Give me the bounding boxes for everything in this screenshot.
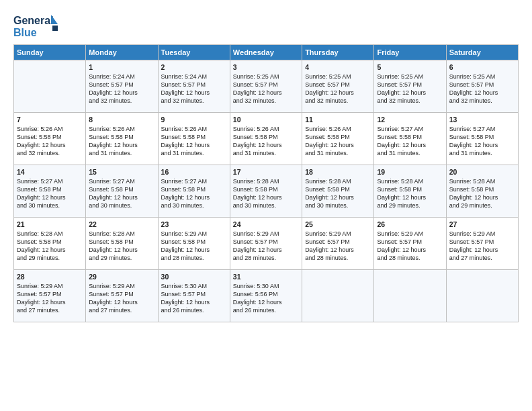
calendar-week-row: 28Sunrise: 5:29 AM Sunset: 5:57 PM Dayli… [14, 270, 519, 322]
calendar-header-row: SundayMondayTuesdayWednesdayThursdayFrid… [14, 45, 519, 60]
day-number: 25 [305, 220, 371, 228]
day-content: Sunrise: 5:27 AM Sunset: 5:58 PM Dayligh… [449, 125, 515, 158]
day-content: Sunrise: 5:28 AM Sunset: 5:58 PM Dayligh… [17, 230, 83, 263]
header: GeneralBlue [13, 12, 519, 39]
logo: GeneralBlue [13, 12, 60, 39]
calendar-cell: 15Sunrise: 5:27 AM Sunset: 5:58 PM Dayli… [86, 165, 158, 218]
calendar-week-row: 21Sunrise: 5:28 AM Sunset: 5:58 PM Dayli… [14, 218, 519, 270]
calendar-cell: 17Sunrise: 5:28 AM Sunset: 5:58 PM Dayli… [230, 165, 302, 218]
calendar-cell [14, 60, 86, 113]
calendar-cell: 2Sunrise: 5:24 AM Sunset: 5:57 PM Daylig… [158, 60, 230, 113]
calendar-cell: 18Sunrise: 5:28 AM Sunset: 5:58 PM Dayli… [302, 165, 374, 218]
calendar-cell: 10Sunrise: 5:26 AM Sunset: 5:58 PM Dayli… [230, 113, 302, 165]
calendar-cell: 11Sunrise: 5:26 AM Sunset: 5:58 PM Dayli… [302, 113, 374, 165]
day-content: Sunrise: 5:29 AM Sunset: 5:57 PM Dayligh… [305, 230, 371, 263]
calendar-cell: 3Sunrise: 5:25 AM Sunset: 5:57 PM Daylig… [230, 60, 302, 113]
calendar-cell: 16Sunrise: 5:27 AM Sunset: 5:58 PM Dayli… [158, 165, 230, 218]
day-content: Sunrise: 5:25 AM Sunset: 5:57 PM Dayligh… [305, 73, 371, 105]
day-content: Sunrise: 5:26 AM Sunset: 5:58 PM Dayligh… [161, 125, 227, 158]
calendar-cell: 20Sunrise: 5:28 AM Sunset: 5:58 PM Dayli… [446, 165, 518, 218]
day-number: 19 [377, 168, 443, 176]
calendar-cell: 21Sunrise: 5:28 AM Sunset: 5:58 PM Dayli… [14, 218, 86, 270]
day-content: Sunrise: 5:26 AM Sunset: 5:58 PM Dayligh… [17, 125, 83, 158]
calendar-cell: 29Sunrise: 5:29 AM Sunset: 5:57 PM Dayli… [86, 270, 158, 322]
day-number: 2 [161, 63, 227, 71]
day-content: Sunrise: 5:29 AM Sunset: 5:58 PM Dayligh… [161, 230, 227, 263]
day-content: Sunrise: 5:27 AM Sunset: 5:58 PM Dayligh… [161, 177, 227, 210]
svg-marker-3 [52, 26, 58, 31]
svg-text:General: General [13, 15, 54, 26]
day-number: 24 [233, 220, 299, 228]
calendar-cell: 9Sunrise: 5:26 AM Sunset: 5:58 PM Daylig… [158, 113, 230, 165]
day-content: Sunrise: 5:26 AM Sunset: 5:58 PM Dayligh… [305, 125, 371, 158]
day-number: 9 [161, 116, 227, 124]
calendar-cell: 23Sunrise: 5:29 AM Sunset: 5:58 PM Dayli… [158, 218, 230, 270]
calendar-cell: 30Sunrise: 5:30 AM Sunset: 5:57 PM Dayli… [158, 270, 230, 322]
day-number: 5 [377, 63, 443, 71]
page: GeneralBlue SundayMondayTuesdayWednesday… [0, 0, 532, 411]
calendar-cell: 19Sunrise: 5:28 AM Sunset: 5:58 PM Dayli… [374, 165, 446, 218]
day-number: 4 [305, 63, 371, 71]
day-of-week-header: Wednesday [230, 45, 302, 60]
day-content: Sunrise: 5:28 AM Sunset: 5:58 PM Dayligh… [377, 177, 443, 210]
day-content: Sunrise: 5:30 AM Sunset: 5:56 PM Dayligh… [233, 282, 299, 315]
day-content: Sunrise: 5:27 AM Sunset: 5:58 PM Dayligh… [17, 177, 83, 210]
day-number: 7 [17, 116, 83, 124]
day-content: Sunrise: 5:28 AM Sunset: 5:58 PM Dayligh… [449, 177, 515, 210]
day-content: Sunrise: 5:28 AM Sunset: 5:58 PM Dayligh… [233, 177, 299, 210]
day-content: Sunrise: 5:27 AM Sunset: 5:58 PM Dayligh… [377, 125, 443, 158]
calendar-cell [446, 270, 518, 322]
calendar-cell: 31Sunrise: 5:30 AM Sunset: 5:56 PM Dayli… [230, 270, 302, 322]
day-content: Sunrise: 5:25 AM Sunset: 5:57 PM Dayligh… [449, 73, 515, 105]
calendar-week-row: 7Sunrise: 5:26 AM Sunset: 5:58 PM Daylig… [14, 113, 519, 165]
day-content: Sunrise: 5:25 AM Sunset: 5:57 PM Dayligh… [233, 73, 299, 105]
calendar-cell: 25Sunrise: 5:29 AM Sunset: 5:57 PM Dayli… [302, 218, 374, 270]
calendar-week-row: 1Sunrise: 5:24 AM Sunset: 5:57 PM Daylig… [14, 60, 519, 113]
calendar-cell: 28Sunrise: 5:29 AM Sunset: 5:57 PM Dayli… [14, 270, 86, 322]
calendar-cell: 13Sunrise: 5:27 AM Sunset: 5:58 PM Dayli… [446, 113, 518, 165]
calendar-cell: 26Sunrise: 5:29 AM Sunset: 5:57 PM Dayli… [374, 218, 446, 270]
day-number: 1 [89, 63, 154, 71]
day-content: Sunrise: 5:24 AM Sunset: 5:57 PM Dayligh… [89, 73, 154, 105]
day-number: 29 [89, 273, 154, 281]
day-content: Sunrise: 5:29 AM Sunset: 5:57 PM Dayligh… [449, 230, 515, 263]
day-content: Sunrise: 5:29 AM Sunset: 5:57 PM Dayligh… [17, 282, 83, 315]
day-number: 14 [17, 168, 83, 176]
day-of-week-header: Thursday [302, 45, 374, 60]
day-content: Sunrise: 5:26 AM Sunset: 5:58 PM Dayligh… [89, 125, 154, 158]
calendar-cell: 6Sunrise: 5:25 AM Sunset: 5:57 PM Daylig… [446, 60, 518, 113]
day-number: 6 [449, 63, 515, 71]
day-content: Sunrise: 5:28 AM Sunset: 5:58 PM Dayligh… [305, 177, 371, 210]
calendar-cell [302, 270, 374, 322]
day-number: 3 [233, 63, 299, 71]
day-content: Sunrise: 5:24 AM Sunset: 5:57 PM Dayligh… [161, 73, 227, 105]
day-number: 22 [89, 220, 154, 228]
calendar-cell: 1Sunrise: 5:24 AM Sunset: 5:57 PM Daylig… [86, 60, 158, 113]
calendar-cell: 4Sunrise: 5:25 AM Sunset: 5:57 PM Daylig… [302, 60, 374, 113]
day-content: Sunrise: 5:28 AM Sunset: 5:58 PM Dayligh… [89, 230, 154, 263]
day-of-week-header: Monday [86, 45, 158, 60]
calendar-cell: 14Sunrise: 5:27 AM Sunset: 5:58 PM Dayli… [14, 165, 86, 218]
day-number: 28 [17, 273, 83, 281]
day-number: 11 [305, 116, 371, 124]
day-number: 20 [449, 168, 515, 176]
day-of-week-header: Sunday [14, 45, 86, 60]
calendar-cell [374, 270, 446, 322]
day-content: Sunrise: 5:25 AM Sunset: 5:57 PM Dayligh… [377, 73, 443, 105]
day-number: 13 [449, 116, 515, 124]
calendar-cell: 12Sunrise: 5:27 AM Sunset: 5:58 PM Dayli… [374, 113, 446, 165]
day-number: 17 [233, 168, 299, 176]
calendar-cell: 22Sunrise: 5:28 AM Sunset: 5:58 PM Dayli… [86, 218, 158, 270]
day-number: 23 [161, 220, 227, 228]
day-number: 18 [305, 168, 371, 176]
day-number: 21 [17, 220, 83, 228]
svg-marker-2 [51, 15, 58, 24]
day-content: Sunrise: 5:26 AM Sunset: 5:58 PM Dayligh… [233, 125, 299, 158]
calendar-cell: 27Sunrise: 5:29 AM Sunset: 5:57 PM Dayli… [446, 218, 518, 270]
day-number: 16 [161, 168, 227, 176]
day-of-week-header: Saturday [446, 45, 518, 60]
calendar-cell: 5Sunrise: 5:25 AM Sunset: 5:57 PM Daylig… [374, 60, 446, 113]
day-content: Sunrise: 5:30 AM Sunset: 5:57 PM Dayligh… [161, 282, 227, 315]
day-number: 8 [89, 116, 154, 124]
day-number: 30 [161, 273, 227, 281]
